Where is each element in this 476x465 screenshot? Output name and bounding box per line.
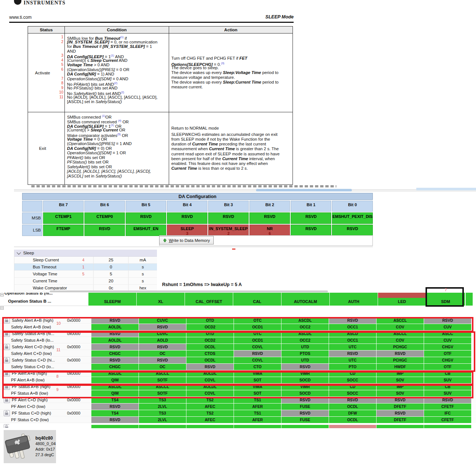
condition-line: No [AOLD], [AOLDL], [ASCC], [ASCCL], [AS… [67,95,167,100]
register-bit-cell: UTD [281,344,329,350]
register-bit-cell: 2LVL [139,404,186,410]
register-bit-cell: COV [377,324,424,330]
lock-icon[interactable] [4,357,10,363]
operation-status-b-row-label[interactable]: Operation Status B ... [0,297,88,306]
condition-number [57,72,63,77]
doc-table-row: Activate1234567891011SMBus low for Bus T… [28,34,293,112]
register-bit-cell: CHGV [424,344,471,350]
chip-icon [4,431,35,462]
register-bit-cell: COVL [234,357,281,363]
da-bit-cell: NR6 [249,225,290,236]
lock-icon[interactable] [4,344,10,350]
register-row-header[interactable]: PF Alert C+D (low) [0,404,91,410]
tree-expander-icon[interactable] [0,306,4,310]
register-bit-cell: PCHGC [377,357,424,363]
register-bit-cell: TS2 [186,397,234,403]
lock-icon[interactable] [4,331,10,337]
register-row: Safety Alert A+B (high)0x000010RSVDCUVCO… [0,317,476,324]
register-row-header[interactable]: Safety Status C+D (lo... [0,364,91,370]
register-bit-cell: CB [424,384,471,390]
lock-icon[interactable] [4,370,10,377]
condition-number [57,160,63,165]
sleep-param-note: 5 [82,271,93,277]
register-row-header[interactable]: Safety Alert A+B (high)0x000010 [0,317,91,324]
register-row-header[interactable]: PF Status A+B (high)0x00009 [0,384,91,390]
condition-number: 6 [57,67,63,72]
status-cell: Activate1234567891011 [28,34,65,112]
condition-number [57,151,63,155]
register-bit-cell: RSVD [424,317,471,324]
lock-icon[interactable] [4,410,10,416]
device-address: Addr: 0x17 [35,447,56,452]
lock-icon[interactable] [4,384,10,390]
sleep-group-header[interactable]: Sleep [14,250,157,257]
sleep-param-value[interactable]: 20 [93,278,128,284]
register-cells: RSVDCUVCOTDOTCASCDLASCDASCCLASCC [91,331,471,337]
register-bit-cell: ASCDL [91,384,139,390]
op-status-bit-cell: SLEEPM [88,298,136,306]
action-line: measure current. [171,85,290,89]
sleep-param-value[interactable]: 5 [93,271,128,277]
operation-status-b-cells: SLEEPMXLCAL_OFFSETCALAUTOCALMAUTHLEDSDM [88,298,465,306]
sleep-param-value[interactable]: 25 [93,257,128,263]
sleep-param-row[interactable]: Voltage Time55s [14,271,157,278]
clipped-bit-cell [281,293,329,298]
da-row-label: MSB [22,212,42,224]
register-row-header[interactable]: Safety Alert C+D (high)0x000011 [0,344,91,350]
lock-icon[interactable] [4,317,10,324]
horizontal-scrollbar-thumb-2[interactable] [50,290,328,292]
sleep-param-value[interactable]: 0 [93,264,128,270]
da-corner-cell [22,201,42,212]
register-row-header[interactable]: Safety Alert A+B (low) [0,324,91,330]
register-bit-cell: UTD [281,357,329,363]
da-bit-cell: IN_SYSTEM_SLEEP2 [208,225,249,236]
register-row-header[interactable]: Safety Status C+D (hi...0x0000 [0,357,91,363]
register-bit-cell: PTO [329,364,376,370]
register-bit-cell: RSVD [91,344,139,350]
register-row-header[interactable]: PF Alert C+D (high)0x0000 [0,397,91,403]
condition-number: 9 [57,86,63,91]
condition-cell: SMBus low for Bus Timeout(1) if[IN_SYSTE… [65,34,169,112]
da-configuration-table: DA Configuration Bit 7Bit 6Bit 5Bit 4Bit… [22,193,373,236]
register-row-header[interactable]: PF Alert A+B (high)0x00008 [0,370,91,377]
action-line: from SLEEP mode if not by the Wake Funct… [171,137,290,142]
sleep-param-row[interactable]: Sleep Current425mA [14,257,157,264]
horizontal-scrollbar-thumb[interactable] [256,189,352,191]
action-line: The device wakes up every Sleep:Voltage … [171,70,290,75]
condition-number: 2 [57,40,63,45]
da-bit-cell: FTEMP [43,225,84,236]
register-row-header[interactable]: PF Alert A+B (low) [0,377,91,383]
register-bit-cell: RSVD [186,364,234,370]
register-row-header[interactable]: Safety Status A+B (hi...0x0000 [0,331,91,337]
condition-line: DA Config[SLEEP] = 1(1) OR [67,123,167,128]
op-status-bit-cell: CAL_OFFSET [185,298,233,306]
register-value: 0x0000 [67,398,91,402]
clipped-footnote-text [31,185,336,187]
da-bit-header: Bit 2 [249,201,290,212]
condition-line: SMBus connected (1)OR [67,114,167,119]
sleep-param-row[interactable]: Current Time20s [14,278,157,285]
annotation-number: 10 [56,321,61,325]
register-row-header[interactable]: PF Status C+D (high)0x0000 [0,410,91,416]
op-status-bit-cell: XL [137,298,185,306]
register-bit-cell: RSVD [281,410,329,416]
action-line: Turn off CHG FET and PCHG FET if FET [171,56,290,61]
register-bit-cell: TS1 [234,410,281,416]
write-to-data-memory-button[interactable]: Write to Data Memory [159,236,214,244]
tree-expander-icon[interactable] [0,293,4,296]
register-row-header[interactable]: Safety Status A+B (lo... [0,337,91,344]
action-line: Options[SLEEPCHG] = 0.(3) [171,61,290,66]
register-row-header[interactable]: PF Status C+D (low) [0,417,91,423]
register-bit-cell: AFER [234,404,281,410]
sleep-mode-table: Status Condition Action Activate12345678… [28,26,293,185]
register-row-header[interactable]: Safety Alert C+D (low) [0,350,91,357]
register-label: PF Status A+B (high) [12,384,67,389]
sleep-param-row[interactable]: Bus Timeout10s [14,264,157,271]
action-cell: Return to NORMAL modeSLEEPWKCHG estimate… [169,112,293,184]
lock-icon[interactable] [4,397,10,403]
register-value: 0x0000 [67,371,91,376]
da-bit-cell: EMSHUT_PEXIT_DIS [332,212,373,224]
register-bit-cell: AOLDL [186,384,234,390]
register-row-header[interactable]: PF Status A+B (low) [0,390,91,397]
horizontal-scrollbar-track[interactable] [14,189,476,191]
